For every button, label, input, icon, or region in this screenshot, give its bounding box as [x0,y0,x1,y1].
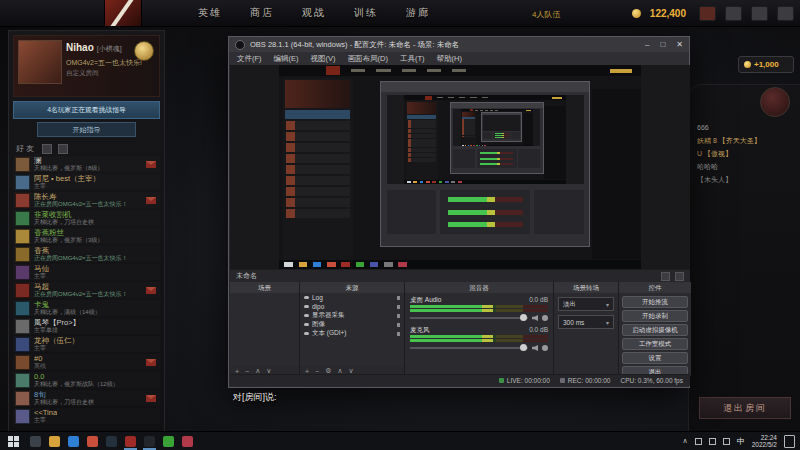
taskbar-app[interactable] [64,432,83,450]
mail-icon[interactable] [146,395,156,402]
obs-menu-item[interactable]: 视图(V) [311,54,336,64]
volume-slider[interactable] [410,313,548,322]
taskbar-app[interactable] [159,432,178,450]
obs-menu-item[interactable]: 帮助(H) [437,54,462,64]
lock-icon[interactable] [397,296,400,300]
lock-icon[interactable] [397,305,400,309]
scenes-header[interactable]: 场景 [230,282,299,293]
visibility-eye-icon[interactable] [304,314,309,317]
taskbar-app[interactable] [121,432,140,450]
obs-control-button[interactable]: 开始录制 [622,310,688,322]
dock-option-icon[interactable] [661,272,670,281]
lock-icon[interactable] [397,314,400,318]
friend-row[interactable]: 卡鬼 天梯比赛，满级（14级） [13,300,160,316]
network-icon[interactable] [723,438,730,445]
source-row[interactable]: dipo [300,302,404,311]
taskbar-app[interactable] [178,432,197,450]
notifications-icon[interactable] [777,6,794,21]
mail-icon[interactable] [146,359,156,366]
mail-icon[interactable] [146,197,156,204]
visibility-eye-icon[interactable] [304,332,309,335]
volume-icon[interactable] [709,438,716,445]
source-row[interactable]: 文本 (GDI+) [300,329,404,338]
party-label[interactable]: 4人队伍 [532,9,560,20]
channel-settings-icon[interactable] [542,345,548,351]
currency-amount[interactable]: 122,400 [650,8,686,19]
obs-menu-item[interactable]: 文件(F) [237,54,262,64]
friend-row[interactable]: 澜 天梯比赛，俄罗斯（8级） [13,156,160,172]
nav-menu-item[interactable]: 观战 [302,6,326,20]
visibility-eye-icon[interactable] [304,323,309,326]
nav-menu-item[interactable]: 训练 [354,6,378,20]
dota-logo-icon[interactable] [104,0,142,26]
obs-menu-item[interactable]: 编辑(E) [274,54,299,64]
taskbar-app[interactable] [102,432,121,450]
source-row[interactable]: 图像 [300,320,404,329]
taskbar-app[interactable] [140,432,159,450]
room-host-avatar[interactable] [760,87,790,117]
friends-settings-icon[interactable] [58,144,68,154]
player-avatar[interactable] [18,40,62,84]
sources-header[interactable]: 来源 [300,282,404,293]
taskbar-app[interactable] [83,432,102,450]
source-row[interactable]: Log [300,293,404,302]
ime-indicator[interactable]: 中 [737,436,745,447]
maximize-icon[interactable]: □ [660,37,665,52]
speaker-icon[interactable] [532,315,538,321]
security-shield-icon[interactable] [695,438,702,445]
taskbar-app[interactable] [45,432,64,450]
dock-option-icon[interactable] [675,272,684,281]
obs-preview[interactable] [230,65,690,269]
notification-center-icon[interactable] [784,435,795,448]
friend-row[interactable]: 马超 正在房间OMG4v2=五一也太快乐！ [13,282,160,298]
friend-row[interactable]: 阿尼 • best（主宰） 主宰 [13,174,160,190]
visibility-eye-icon[interactable] [304,296,309,299]
friend-row[interactable]: 香蕉粉丝 天梯比赛，俄罗斯（3级） [13,228,160,244]
minimize-icon[interactable]: – [645,37,649,52]
profile-card[interactable]: Nihao[小棋魂] OMG4v2=五一也太快乐! 自定义房间 [13,35,160,97]
nav-menu-item[interactable]: 商店 [250,6,274,20]
obs-menu-item[interactable]: 工具(T) [400,54,425,64]
add-friend-icon[interactable] [42,144,52,154]
channel-settings-icon[interactable] [542,315,548,321]
watch-icon[interactable] [751,6,768,21]
slider-handle[interactable] [520,344,527,351]
obs-menu-item[interactable]: 画面布局(D) [348,54,388,64]
exit-room-button[interactable]: 退出房间 [699,397,791,419]
friend-row[interactable]: #0 离线 [13,354,160,370]
volume-slider[interactable] [410,343,548,352]
friend-row[interactable]: 龙神（伍仁） 主宰 [13,336,160,352]
lock-icon[interactable] [397,323,400,327]
mail-icon[interactable] [146,287,156,294]
nav-menu-item[interactable]: 游廊 [406,6,430,20]
armory-icon[interactable] [699,6,716,21]
friend-row[interactable]: 香蕉 正在房间OMG4v2=五一也太快乐！ [13,246,160,262]
room-chat-prompt[interactable]: 对[房间]说: [233,391,277,404]
tray-expand-icon[interactable]: ∧ [683,437,688,445]
controls-header[interactable]: 控件 [619,282,691,293]
obs-control-button[interactable]: 设置 [622,352,688,364]
lock-icon[interactable] [397,332,400,336]
taskbar-app[interactable] [26,432,45,450]
friend-row[interactable]: 風琴【Pro>】 主宰单排 [13,318,160,334]
obs-control-button[interactable]: 开始推流 [622,296,688,308]
start-button[interactable] [0,432,26,450]
friend-row[interactable]: 8旬 天梯比赛，刀塔自走棋 [13,390,160,406]
friend-row[interactable]: <<Tina 主宰 [13,408,160,424]
visibility-eye-icon[interactable] [304,305,309,308]
transition-select[interactable]: 淡出 ▾ [558,297,614,311]
mixer-header[interactable]: 混音器 [405,282,553,293]
clock[interactable]: 22:24 2022/5/2 [752,434,777,448]
friend-row[interactable]: 0.0 天梯比赛，俄罗斯战队（12级） [13,372,160,388]
start-coaching-button[interactable]: 开始指导 [37,122,136,137]
transition-duration-input[interactable]: 300 ms ▾ [558,315,614,329]
friend-row[interactable]: 马仙 主宰 [13,264,160,280]
mail-icon[interactable] [146,161,156,168]
transitions-header[interactable]: 场景转场 [554,282,618,293]
store-icon[interactable] [725,6,742,21]
obs-titlebar[interactable]: OBS 28.1.1 (64-bit, windows) - 配置文件: 未命名… [229,37,689,52]
speaker-icon[interactable] [532,345,538,351]
slider-handle[interactable] [520,314,527,321]
friend-row[interactable]: 陈长寿 正在房间OMG4v2=五一也太快乐！ [13,192,160,208]
gold-plus-button[interactable]: +1,000 [738,56,794,73]
